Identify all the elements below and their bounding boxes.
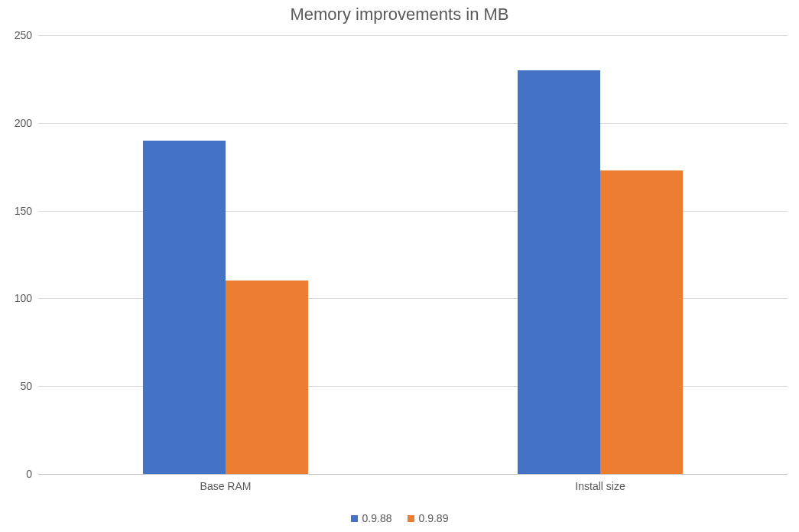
legend-label: 0.9.88 xyxy=(362,512,392,524)
y-tick-label: 50 xyxy=(20,380,32,392)
chart-title: Memory improvements in MB xyxy=(0,5,799,24)
y-tick-label: 100 xyxy=(15,292,32,304)
y-tick-label: 250 xyxy=(15,29,32,41)
y-tick-label: 0 xyxy=(26,468,32,480)
bar xyxy=(143,141,226,474)
bar xyxy=(226,281,308,474)
legend-swatch-icon xyxy=(408,515,414,522)
gridline xyxy=(38,35,788,36)
bar xyxy=(518,70,600,474)
legend: 0.9.880.9.89 xyxy=(0,512,799,525)
bar xyxy=(600,170,683,474)
legend-label: 0.9.89 xyxy=(419,512,449,524)
gridline xyxy=(38,123,788,124)
plot-area: 050100150200250 xyxy=(38,35,788,475)
legend-item: 0.9.88 xyxy=(351,512,392,524)
category-label: Install size xyxy=(575,480,625,492)
legend-item: 0.9.89 xyxy=(408,512,449,524)
legend-swatch-icon xyxy=(351,515,358,522)
y-tick-label: 150 xyxy=(15,205,32,217)
category-label: Base RAM xyxy=(200,480,252,492)
chart-container: Memory improvements in MB 05010015020025… xyxy=(0,0,799,532)
y-tick-label: 200 xyxy=(15,117,32,129)
